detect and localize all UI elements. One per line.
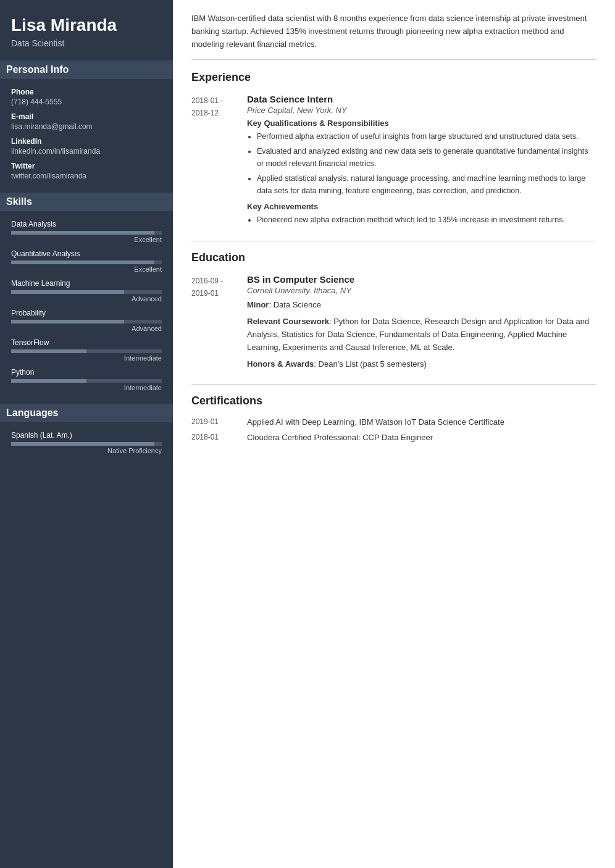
skill-bar-fill-4 — [11, 349, 86, 353]
phone-label: Phone — [11, 88, 162, 96]
education-minor: Minor: Data Science — [247, 299, 596, 312]
certifications-list: 2019-01 Applied AI with Deep Learning, I… — [191, 417, 596, 442]
languages-list: Spanish (Lat. Am.) Native Proficiency — [11, 431, 162, 454]
skill-bar-fill-3 — [11, 320, 124, 323]
achievements-list: Pioneered new alpha extraction method wh… — [247, 214, 596, 226]
email-value: lisa.miranda@gmail.com — [11, 122, 162, 131]
skill-bar-bg-2 — [11, 290, 162, 294]
language-name-0: Spanish (Lat. Am.) — [11, 431, 162, 440]
cert-entry-0: 2019-01 Applied AI with Deep Learning, I… — [191, 417, 596, 427]
skill-item-0: Data Analysis Excellent — [11, 220, 162, 243]
skill-name-0: Data Analysis — [11, 220, 162, 228]
honors-value: Dean's List (past 5 semesters) — [319, 359, 427, 369]
skill-bar-bg-0 — [11, 231, 162, 235]
main-content: IBM Watson-certified data scientist with… — [173, 0, 615, 868]
skill-item-2: Machine Learning Advanced — [11, 279, 162, 303]
qualifications-title: Key Qualifications & Responsibilities — [247, 119, 596, 128]
skill-bar-bg-4 — [11, 349, 162, 353]
experience-date-1: 2018-01 -2018-12 — [191, 94, 247, 231]
skill-level-1: Excellent — [11, 265, 162, 273]
responsibility-2: Evaluated and analyzed existing and new … — [257, 145, 596, 170]
experience-entry-1: 2018-01 -2018-12 Data Science Intern Pri… — [191, 94, 596, 231]
cert-text-0: Applied AI with Deep Learning, IBM Watso… — [247, 417, 504, 427]
education-coursework: Relevant Coursework: Python for Data Sci… — [247, 315, 596, 354]
phone-value: (718) 444-5555 — [11, 98, 162, 106]
skill-bar-fill-5 — [11, 379, 86, 383]
skill-name-5: Python — [11, 368, 162, 377]
twitter-label: Twitter — [11, 162, 162, 170]
skills-list: Data Analysis Excellent Quantitative Ana… — [11, 220, 162, 391]
skill-name-4: TensorFlow — [11, 338, 162, 347]
skill-bar-bg-5 — [11, 379, 162, 383]
education-honors: Honors & Awards: Dean's List (past 5 sem… — [247, 358, 596, 371]
divider-education — [191, 241, 596, 241]
cert-date-0: 2019-01 — [191, 417, 247, 427]
education-date-1: 2016-09 -2019-01 — [191, 274, 247, 374]
skill-item-3: Probability Advanced — [11, 309, 162, 332]
skill-item-1: Quantitative Analysis Excellent — [11, 249, 162, 273]
minor-label: Minor — [247, 300, 269, 309]
skills-section-title: Skills — [0, 193, 173, 211]
skill-level-0: Excellent — [11, 236, 162, 243]
skill-name-3: Probability — [11, 309, 162, 317]
skill-level-3: Advanced — [11, 325, 162, 332]
education-school-1: Cornell University. Ithaca, NY — [247, 286, 596, 295]
skill-name-2: Machine Learning — [11, 279, 162, 288]
cert-text-1: Cloudera Certified Professional: CCP Dat… — [247, 433, 433, 442]
skill-bar-bg-1 — [11, 261, 162, 264]
twitter-value: twitter.com/lisamiranda — [11, 172, 162, 180]
responsibility-1: Performed alpha extraction of useful ins… — [257, 130, 596, 143]
skill-item-4: TensorFlow Intermediate — [11, 338, 162, 362]
language-bar-fill-0 — [11, 442, 154, 446]
skill-bar-fill-2 — [11, 290, 124, 294]
coursework-label: Relevant Coursework — [247, 317, 329, 326]
certifications-section-title: Certifications — [191, 394, 596, 410]
education-body-1: BS in Computer Science Cornell Universit… — [247, 274, 596, 374]
responsibility-3: Applied statistical analysis, natural la… — [257, 172, 596, 197]
education-entry-1: 2016-09 -2019-01 BS in Computer Science … — [191, 274, 596, 374]
experience-body-1: Data Science Intern Price Capital, New Y… — [247, 94, 596, 231]
language-level-0: Native Proficiency — [11, 447, 162, 454]
language-bar-bg-0 — [11, 442, 162, 446]
language-item-0: Spanish (Lat. Am.) Native Proficiency — [11, 431, 162, 454]
email-label: E-mail — [11, 112, 162, 121]
languages-section-title: Languages — [0, 404, 173, 422]
sidebar: Lisa Miranda Data Scientist Personal Inf… — [0, 0, 173, 868]
education-section-title: Education — [191, 251, 596, 267]
candidate-title: Data Scientist — [11, 38, 162, 48]
linkedin-value: linkedin.com/in/lisamiranda — [11, 147, 162, 156]
education-degree-1: BS in Computer Science — [247, 274, 596, 285]
experience-section-title: Experience — [191, 71, 596, 86]
experience-role-1: Data Science Intern — [247, 94, 596, 104]
honors-label: Honors & Awards — [247, 359, 314, 369]
minor-value: Data Science — [274, 300, 321, 309]
cert-entry-1: 2018-01 Cloudera Certified Professional:… — [191, 433, 596, 442]
achievements-title: Key Achievements — [247, 202, 596, 211]
divider-certifications — [191, 384, 596, 385]
responsibilities-list: Performed alpha extraction of useful ins… — [247, 130, 596, 197]
skill-name-1: Quantitative Analysis — [11, 249, 162, 258]
skill-item-5: Python Intermediate — [11, 368, 162, 391]
skill-bar-fill-1 — [11, 261, 154, 264]
skill-level-4: Intermediate — [11, 354, 162, 362]
skill-level-5: Intermediate — [11, 384, 162, 391]
skill-level-2: Advanced — [11, 295, 162, 303]
linkedin-label: LinkedIn — [11, 137, 162, 146]
experience-company-1: Price Capital, New York, NY — [247, 106, 596, 115]
cert-date-1: 2018-01 — [191, 433, 247, 442]
skill-bar-bg-3 — [11, 320, 162, 323]
personal-info-section-title: Personal Info — [0, 61, 173, 79]
summary-text: IBM Watson-certified data scientist with… — [191, 12, 596, 60]
achievement-1: Pioneered new alpha extraction method wh… — [257, 214, 596, 226]
skill-bar-fill-0 — [11, 231, 154, 235]
candidate-name: Lisa Miranda — [11, 15, 162, 36]
